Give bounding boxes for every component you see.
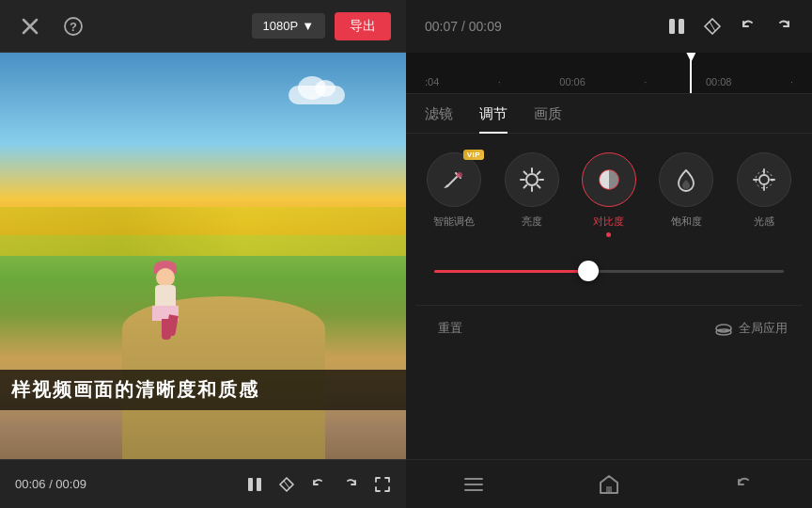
timeline-mark-1: :04	[425, 76, 439, 87]
apply-all-text: 全局应用	[739, 320, 788, 337]
right-timecode-display: 00:07 / 00:09	[425, 19, 502, 34]
right-header-controls	[667, 17, 793, 36]
timeline-mark-2: 00:06	[559, 76, 586, 87]
right-panel: 00:07 / 00:09	[406, 0, 812, 508]
resolution-button[interactable]: 1080P ▼	[252, 13, 325, 39]
left-timecode: 00:06 / 00:09	[15, 477, 86, 491]
svg-rect-9	[679, 19, 684, 34]
tool-smart-color[interactable]: VIP 智能调色	[421, 152, 487, 229]
apply-all-icon	[714, 319, 733, 338]
tool-brightness-circle	[505, 152, 559, 207]
slider-section	[415, 252, 803, 290]
nav-home-button[interactable]	[588, 464, 630, 505]
slider-container[interactable]	[434, 262, 784, 280]
svg-line-20	[537, 172, 539, 175]
right-timecode-total: 00:09	[469, 19, 502, 34]
svg-line-7	[284, 481, 289, 488]
slider-track	[434, 270, 784, 273]
video-area: 样视频画面的清晰度和质感	[0, 53, 406, 459]
tool-brightness-label: 亮度	[522, 214, 542, 229]
right-play-button[interactable]	[667, 17, 686, 36]
bottom-actions: 重置 全局应用	[415, 305, 803, 350]
tool-brightness[interactable]: 亮度	[499, 152, 565, 229]
svg-line-18	[523, 172, 526, 175]
tabs-row: 滤镜 调节 画质	[406, 94, 812, 134]
nav-menu-button[interactable]	[453, 464, 494, 505]
left-diamond-button[interactable]	[278, 476, 295, 493]
bottom-nav	[406, 459, 812, 508]
left-header-left: ?	[15, 11, 88, 41]
tool-contrast[interactable]: 对比度	[576, 152, 642, 237]
timeline[interactable]: :04 · 00:06 · 00:08 ·	[406, 53, 812, 94]
tool-light[interactable]: 光感	[731, 152, 797, 229]
svg-point-23	[759, 175, 769, 184]
tool-smart-color-label: 智能调色	[433, 214, 475, 229]
left-play-button[interactable]	[246, 476, 263, 493]
resolution-label: 1080P	[263, 19, 299, 33]
right-timecode-sep: /	[461, 19, 469, 34]
playhead	[690, 53, 692, 93]
flowers-strip	[0, 207, 406, 256]
subtitle-bar: 样视频画面的清晰度和质感	[0, 370, 406, 410]
export-button[interactable]: 导出	[335, 12, 391, 40]
left-footer: 00:06 / 00:09	[0, 459, 406, 508]
tab-quality[interactable]: 画质	[534, 105, 562, 133]
nav-back-button[interactable]	[724, 464, 765, 505]
left-header-right: 1080P ▼ 导出	[252, 12, 391, 40]
resolution-arrow: ▼	[302, 19, 314, 33]
tools-row: VIP 智能调色	[415, 152, 803, 237]
subtitle-text: 样视频画面的清晰度和质感	[11, 379, 259, 400]
adjust-tools: VIP 智能调色	[406, 134, 812, 459]
right-header: 00:07 / 00:09	[406, 0, 812, 53]
left-panel: ? 1080P ▼ 导出	[0, 0, 406, 508]
child-head	[156, 268, 175, 287]
right-timecode-current: 00:07	[425, 19, 458, 34]
timeline-dot-2: ·	[644, 76, 647, 87]
tool-light-label: 光感	[754, 214, 774, 229]
timeline-mark-3: 00:08	[706, 76, 732, 87]
tab-adjust[interactable]: 调节	[479, 105, 508, 133]
tool-saturation[interactable]: 饱和度	[653, 152, 719, 229]
svg-rect-8	[669, 19, 675, 34]
tab-filter[interactable]: 滤镜	[425, 105, 453, 133]
vip-badge: VIP	[463, 150, 484, 160]
svg-line-11	[710, 22, 715, 31]
left-redo-button[interactable]	[342, 476, 359, 493]
svg-rect-5	[257, 478, 261, 491]
close-button[interactable]	[15, 11, 45, 41]
tool-contrast-circle	[582, 152, 636, 207]
tool-light-circle	[737, 152, 791, 207]
svg-line-21	[523, 185, 526, 188]
svg-point-13	[526, 174, 538, 185]
timeline-dot-1: ·	[498, 76, 501, 87]
tool-saturation-label: 饱和度	[671, 214, 702, 229]
right-undo-button[interactable]	[739, 17, 757, 36]
left-undo-button[interactable]	[310, 476, 327, 493]
timeline-dot-3: ·	[790, 76, 793, 87]
svg-line-19	[537, 185, 539, 188]
svg-rect-4	[248, 478, 253, 491]
reset-button[interactable]: 重置	[430, 316, 470, 341]
left-fullscreen-button[interactable]	[374, 476, 391, 493]
left-footer-controls	[246, 476, 391, 493]
cloud	[289, 86, 345, 104]
svg-point-12	[457, 172, 462, 178]
tool-contrast-dot	[606, 232, 611, 237]
svg-text:?: ?	[70, 20, 77, 34]
slider-thumb[interactable]	[578, 261, 599, 281]
child-boots-right	[165, 314, 179, 336]
left-header: ? 1080P ▼ 导出	[0, 0, 406, 53]
tool-smart-color-circle: VIP	[427, 152, 481, 207]
svg-rect-34	[606, 486, 612, 493]
right-redo-button[interactable]	[774, 17, 793, 36]
apply-all-button[interactable]: 全局应用	[714, 319, 788, 338]
child-figure	[142, 261, 189, 345]
video-frame: 样视频画面的清晰度和质感	[0, 53, 406, 459]
help-button[interactable]: ?	[58, 11, 88, 41]
tool-contrast-label: 对比度	[593, 214, 624, 229]
right-diamond-button[interactable]	[703, 17, 722, 36]
tool-saturation-circle	[659, 152, 713, 207]
